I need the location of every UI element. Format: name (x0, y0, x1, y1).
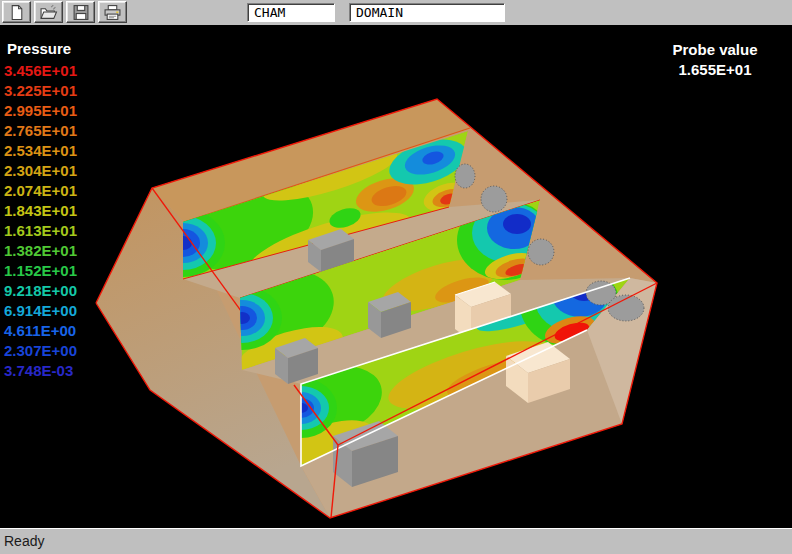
legend-entry: 1.382E+01 (4, 241, 77, 261)
status-text: Ready (4, 533, 44, 549)
status-bar: Ready (0, 528, 792, 554)
save-floppy-icon (72, 4, 90, 21)
legend-entry: 1.152E+01 (4, 261, 77, 281)
render-viewport[interactable]: Pressure 3.456E+013.225E+012.995E+012.76… (0, 25, 792, 528)
new-file-button[interactable] (2, 1, 31, 23)
legend-entry: 2.307E+00 (4, 341, 77, 361)
toolbar (0, 0, 792, 26)
legend-entry: 4.611E+00 (4, 321, 77, 341)
domain-field[interactable] (349, 3, 505, 22)
legend-entry: 2.074E+01 (4, 181, 77, 201)
legend-entry: 3.225E+01 (4, 81, 77, 101)
probe-value: 1.655E+01 (650, 60, 780, 80)
scene-3d[interactable] (0, 25, 792, 528)
save-file-button[interactable] (66, 1, 95, 23)
open-file-button[interactable] (34, 1, 63, 23)
probe-label: Probe value (650, 40, 780, 60)
legend-entry: 1.843E+01 (4, 201, 77, 221)
occupant-figure (528, 239, 554, 265)
legend-entry: 9.218E+00 (4, 281, 77, 301)
legend-entry: 2.534E+01 (4, 141, 77, 161)
legend-entry: 6.914E+00 (4, 301, 77, 321)
probe-readout: Probe value 1.655E+01 (650, 40, 780, 80)
legend-entry: 2.995E+01 (4, 101, 77, 121)
legend-entry: 1.613E+01 (4, 221, 77, 241)
cfd-viewer-window: Pressure 3.456E+013.225E+012.995E+012.76… (0, 0, 792, 554)
legend-entry: 3.748E-03 (4, 361, 77, 381)
print-button[interactable] (98, 1, 127, 23)
legend-entry: 2.304E+01 (4, 161, 77, 181)
cham-field[interactable] (247, 3, 335, 22)
variable-label: Pressure (7, 40, 71, 57)
new-document-icon (8, 4, 26, 21)
legend-list: 3.456E+013.225E+012.995E+012.765E+012.53… (4, 61, 77, 381)
legend-entry: 2.765E+01 (4, 121, 77, 141)
legend-entry: 3.456E+01 (4, 61, 77, 81)
print-icon (103, 4, 122, 21)
open-folder-icon (39, 4, 58, 21)
